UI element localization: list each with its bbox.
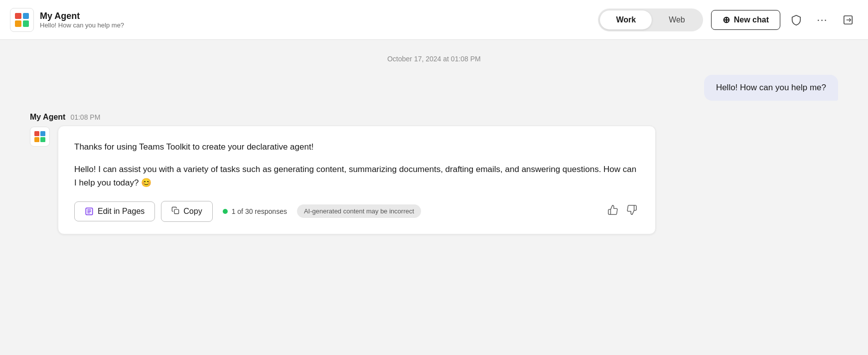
open-button[interactable] xyxy=(838,10,858,30)
copy-icon xyxy=(171,206,179,216)
agent-name: My Agent xyxy=(40,11,124,21)
toggle-web[interactable]: Web xyxy=(653,10,701,29)
copy-label: Copy xyxy=(183,207,202,216)
user-message-container: Hello! How can you help me? xyxy=(30,75,838,101)
agent-sender-name: My Agent xyxy=(30,113,65,122)
svg-rect-2 xyxy=(174,209,179,214)
agent-message-container: My Agent 01:08 PM Thanks for using Teams… xyxy=(30,113,838,234)
agent-paragraph-2: Hello! I can assist you with a variety o… xyxy=(74,163,639,189)
feedback-buttons xyxy=(605,202,639,220)
more-options-icon: ··· xyxy=(817,13,827,26)
responses-indicator: 1 of 30 responses xyxy=(223,207,287,215)
chat-area: October 17, 2024 at 01:08 PM Hello! How … xyxy=(0,40,868,249)
new-chat-button[interactable]: ⊕ New chat xyxy=(711,10,780,30)
new-chat-icon: ⊕ xyxy=(723,15,730,24)
thumbs-up-icon xyxy=(607,204,618,215)
chat-timestamp: October 17, 2024 at 01:08 PM xyxy=(30,55,838,63)
avatar-sq-yellow xyxy=(34,137,39,142)
avatar-sq-green xyxy=(40,137,45,142)
shield-icon xyxy=(791,14,802,25)
thumbs-down-button[interactable] xyxy=(624,202,639,220)
toggle-work[interactable]: Work xyxy=(600,10,652,29)
logo-sq-blue xyxy=(23,13,29,19)
green-dot-icon xyxy=(223,209,228,214)
copy-button[interactable]: Copy xyxy=(161,201,212,222)
edit-in-pages-label: Edit in Pages xyxy=(98,207,145,216)
agent-logo xyxy=(10,8,34,32)
edit-pages-icon xyxy=(85,207,94,216)
agent-avatar xyxy=(30,127,50,147)
thumbs-up-button[interactable] xyxy=(605,202,620,220)
logo-sq-red xyxy=(15,13,21,19)
header-left: My Agent Hello! How can you help me? xyxy=(10,8,590,32)
app-header: My Agent Hello! How can you help me? Wor… xyxy=(0,0,868,40)
action-bar: Edit in Pages Copy 1 of 30 responses AI-… xyxy=(74,201,639,222)
thumbs-down-icon xyxy=(626,204,637,215)
user-message-bubble: Hello! How can you help me? xyxy=(704,75,838,101)
avatar-sq-blue xyxy=(40,131,45,136)
avatar-sq-red xyxy=(34,131,39,136)
ai-generated-badge: AI-generated content may be incorrect xyxy=(297,204,421,218)
agent-bubble-text: Thanks for using Teams Toolkit to create… xyxy=(74,140,639,190)
header-right: ⊕ New chat ··· xyxy=(711,10,858,30)
agent-message-row: Thanks for using Teams Toolkit to create… xyxy=(30,126,838,234)
search-mode-toggle: Work Web xyxy=(598,8,703,31)
more-options-button[interactable]: ··· xyxy=(812,10,832,30)
shield-button[interactable] xyxy=(786,10,806,30)
agent-message-header: My Agent 01:08 PM xyxy=(30,113,838,122)
agent-message-bubble: Thanks for using Teams Toolkit to create… xyxy=(58,126,656,234)
open-icon xyxy=(843,14,854,25)
agent-message-time: 01:08 PM xyxy=(70,113,100,121)
agent-info: My Agent Hello! How can you help me? xyxy=(40,11,124,29)
new-chat-label: New chat xyxy=(734,15,769,24)
agent-paragraph-1: Thanks for using Teams Toolkit to create… xyxy=(74,140,639,154)
responses-count: 1 of 30 responses xyxy=(232,207,287,215)
logo-sq-yellow xyxy=(15,20,21,27)
logo-sq-green xyxy=(23,20,29,27)
edit-in-pages-button[interactable]: Edit in Pages xyxy=(74,201,155,221)
agent-subtitle: Hello! How can you help me? xyxy=(40,21,124,29)
